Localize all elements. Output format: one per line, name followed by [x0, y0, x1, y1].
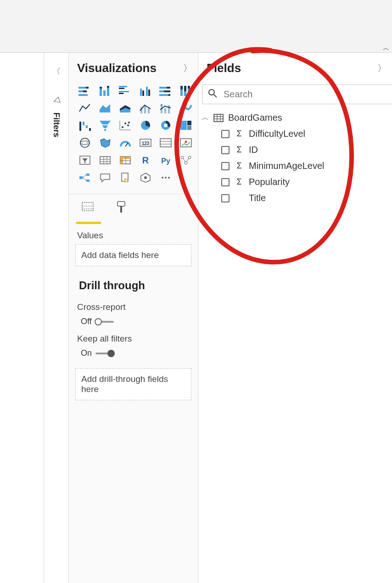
100-stacked-column-icon[interactable]	[178, 84, 194, 97]
card-icon[interactable]: 123	[138, 136, 153, 150]
svg-rect-3	[83, 90, 87, 92]
checkbox[interactable]	[221, 194, 230, 202]
key-influencers-icon[interactable]	[178, 153, 194, 167]
drill-through-drop-area[interactable]: Add drill-through fields here	[75, 368, 191, 400]
more-visuals-icon[interactable]	[158, 171, 174, 185]
field-id[interactable]: ΣID	[198, 142, 392, 158]
svg-point-60	[80, 141, 90, 145]
checkbox[interactable]	[221, 178, 230, 186]
svg-rect-46	[104, 129, 106, 131]
checkbox[interactable]	[221, 162, 230, 170]
svg-marker-30	[100, 104, 110, 112]
filled-map-icon[interactable]	[97, 136, 113, 150]
svg-rect-56	[180, 121, 187, 130]
workarea: 〈 ◁ Filters Visualizations 〉	[0, 53, 392, 583]
area-chart-icon[interactable]	[97, 101, 113, 115]
svg-rect-14	[140, 89, 142, 96]
qa-visual-icon[interactable]	[97, 171, 113, 185]
chevron-left-icon[interactable]: 〈	[52, 66, 61, 77]
search-input[interactable]	[224, 89, 386, 100]
chevron-right-icon[interactable]: 〉	[183, 62, 192, 74]
arcgis-icon[interactable]	[138, 171, 153, 185]
kpi-icon[interactable]	[178, 136, 194, 150]
chevron-right-icon[interactable]: 〉	[377, 62, 386, 74]
multi-card-icon[interactable]	[158, 136, 174, 150]
field-label: DifficultyLevel	[249, 129, 305, 139]
r-visual-icon[interactable]: R	[138, 153, 153, 167]
chevron-up-icon[interactable]: ︿	[202, 113, 209, 122]
report-canvas-edge	[0, 53, 44, 583]
svg-line-91	[83, 174, 86, 178]
svg-rect-25	[180, 86, 183, 90]
funnel-icon[interactable]	[97, 118, 113, 132]
paginated-report-icon[interactable]	[118, 171, 133, 185]
pie-icon[interactable]	[138, 118, 153, 132]
field-title[interactable]: Title	[198, 190, 392, 206]
field-label: MinimumAgeLevel	[249, 161, 325, 171]
slicer-icon[interactable]	[77, 153, 93, 167]
field-label: ID	[249, 145, 258, 155]
checkbox[interactable]	[221, 130, 230, 138]
svg-marker-44	[100, 121, 111, 124]
visualization-gallery: 123 R Py	[69, 82, 198, 191]
svg-point-96	[144, 176, 147, 179]
ribbon-expand-icon[interactable]: ︿	[383, 44, 389, 52]
map-icon[interactable]	[77, 136, 93, 150]
decomposition-tree-icon[interactable]	[77, 171, 93, 185]
field-difficultylevel[interactable]: ΣDifficultyLevel	[198, 126, 392, 142]
svg-point-59	[80, 138, 90, 147]
svg-rect-4	[78, 94, 88, 96]
svg-rect-89	[86, 174, 90, 176]
line-clustered-column-icon[interactable]	[138, 101, 153, 115]
svg-rect-78	[120, 157, 130, 159]
svg-rect-10	[119, 86, 127, 87]
svg-rect-16	[146, 87, 148, 96]
svg-rect-39	[168, 105, 170, 113]
fields-search[interactable]	[202, 84, 392, 104]
stacked-area-icon[interactable]	[118, 101, 133, 115]
cross-report-toggle[interactable]: Off	[81, 317, 114, 326]
gauge-icon[interactable]	[118, 136, 133, 150]
svg-point-98	[165, 177, 167, 179]
clustered-column-icon[interactable]	[138, 84, 153, 97]
svg-rect-64	[160, 139, 171, 147]
filters-pane-collapsed[interactable]: 〈 ◁ Filters	[44, 53, 69, 583]
empty-slot	[178, 171, 194, 185]
svg-rect-9	[107, 86, 109, 88]
ribbon-chart-icon[interactable]	[178, 101, 194, 115]
svg-point-99	[168, 177, 170, 179]
stacked-bar-icon[interactable]	[77, 84, 93, 97]
100-stacked-bar-icon[interactable]	[158, 84, 174, 97]
py-visual-icon[interactable]: Py	[158, 153, 174, 167]
svg-rect-1	[86, 87, 89, 89]
svg-marker-45	[102, 125, 108, 128]
svg-rect-29	[188, 86, 190, 89]
field-minimumagelevel[interactable]: ΣMinimumAgeLevel	[198, 158, 392, 174]
values-drop-area[interactable]: Add data fields here	[75, 244, 191, 266]
line-chart-icon[interactable]	[77, 101, 93, 115]
keep-filters-toggle[interactable]: On	[81, 348, 114, 358]
field-list: ΣDifficultyLevelΣIDΣMinimumAgeLevelΣPopu…	[198, 126, 392, 206]
field-popularity[interactable]: ΣPopularity	[198, 174, 392, 190]
fields-tab[interactable]	[80, 201, 96, 217]
matrix-icon[interactable]	[118, 153, 133, 167]
clustered-bar-icon[interactable]	[118, 84, 133, 97]
table-boardgames[interactable]: ︿ BoardGames	[198, 104, 392, 126]
treemap-icon[interactable]	[178, 118, 194, 132]
waterfall-icon[interactable]	[77, 118, 93, 132]
donut-icon[interactable]	[158, 118, 174, 132]
fields-header: Fields 〉	[198, 53, 392, 82]
format-tab[interactable]	[113, 201, 129, 217]
bookmark-icon[interactable]: ◁	[51, 94, 61, 106]
svg-rect-42	[86, 125, 88, 128]
svg-rect-37	[161, 104, 162, 106]
line-stacked-column-icon[interactable]	[158, 101, 174, 115]
table-icon[interactable]	[97, 153, 113, 167]
scatter-icon[interactable]	[118, 118, 133, 132]
svg-rect-17	[148, 90, 150, 96]
checkbox[interactable]	[221, 146, 230, 154]
svg-rect-107	[214, 114, 223, 122]
svg-rect-15	[142, 90, 144, 96]
stacked-column-icon[interactable]	[97, 84, 113, 97]
svg-text:R: R	[142, 155, 149, 165]
